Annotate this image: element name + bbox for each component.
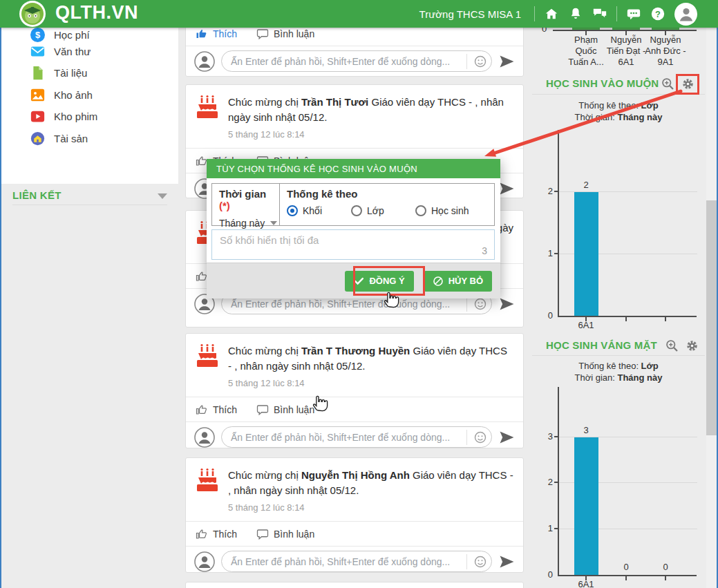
period-dropdown[interactable]: Tháng này: [219, 218, 279, 229]
max-blocks-value: 3: [482, 245, 487, 256]
messages-icon[interactable]: [626, 6, 641, 21]
x-axis: [558, 316, 697, 317]
emoji-icon: [473, 297, 487, 311]
photo-icon: [30, 88, 45, 102]
sidebar-item-kho-phim[interactable]: Kho phim: [30, 107, 97, 125]
chevron-down-icon[interactable]: [158, 193, 167, 199]
bar-value-label: 2: [572, 180, 600, 190]
bell-icon[interactable]: [568, 6, 583, 21]
thumb-up-icon: [196, 28, 208, 40]
emoji-button[interactable]: [466, 296, 487, 312]
home-icon[interactable]: [544, 6, 559, 21]
send-button[interactable]: [498, 553, 515, 570]
annotation-arrow: [470, 69, 698, 166]
y-tick-label: 1: [536, 248, 553, 258]
y-tick-label: 1: [536, 523, 553, 533]
commenter-avatar: [194, 427, 215, 448]
like-button[interactable]: Thích: [196, 404, 237, 416]
comment-input[interactable]: Ấn Enter để phản hồi, Shift+Enter để xuố…: [221, 426, 492, 448]
divider: [532, 355, 705, 356]
asset-icon: [30, 131, 45, 146]
commenter-avatar: [194, 551, 215, 572]
send-button[interactable]: [498, 180, 515, 197]
like-label: Thích: [213, 529, 237, 540]
post-time: 5 tháng 12 lúc 8:14: [228, 500, 513, 515]
sidebar-item-kho-anh[interactable]: Kho ảnh: [30, 86, 93, 104]
comment-icon: [256, 28, 269, 40]
emoji-icon: [473, 430, 487, 444]
meta-value: Tháng này: [617, 372, 662, 383]
cancel-icon: [433, 276, 444, 287]
x-tick: [625, 317, 627, 321]
sidebar-item-van-thu[interactable]: Văn thư: [30, 42, 91, 60]
comment-button[interactable]: Bình luận: [256, 528, 314, 540]
post-person-name: Trần Thị Tươi: [301, 96, 368, 108]
thumb-up-icon: [196, 528, 208, 540]
radio-dot: [287, 205, 298, 216]
comment-label: Bình luận: [274, 28, 314, 39]
like-button[interactable]: Thích: [196, 528, 237, 540]
bar-6a1: [574, 437, 598, 575]
comment-label: Bình luận: [274, 404, 314, 415]
radio-label: Lớp: [367, 205, 384, 216]
comment-input[interactable]: Ấn Enter để phản hồi, Shift+Enter để xuố…: [221, 551, 492, 572]
emoji-button[interactable]: [466, 430, 487, 445]
radio-lop[interactable]: Lớp: [351, 205, 415, 216]
fee-icon: $: [30, 28, 45, 42]
radio-hoc-sinh[interactable]: Học sinh: [415, 205, 469, 216]
like-label: Thích: [213, 28, 237, 39]
graduation-mascot-icon: [21, 3, 44, 25]
radio-khoi[interactable]: Khối: [287, 205, 351, 216]
send-button[interactable]: [498, 53, 515, 70]
scrollbar-track[interactable]: [706, 28, 717, 588]
comment-button[interactable]: Bình luận: [256, 28, 314, 40]
cancel-button[interactable]: HỦY BỎ: [424, 271, 492, 292]
page: Thích Bình luận Ấn Enter để phản hồi, Sh…: [0, 0, 718, 588]
help-icon[interactable]: ?: [650, 6, 665, 21]
post-time: 5 tháng 12 lúc 8:14: [228, 376, 513, 391]
document-icon: [30, 66, 45, 80]
meta-label: Thời gian:: [574, 372, 617, 383]
dialog-form: Thời gian (*) Tháng này Thống kê theo Kh…: [211, 183, 495, 226]
sidebar-item-tai-lieu[interactable]: Tài liệu: [30, 64, 87, 82]
send-button[interactable]: [498, 296, 515, 312]
window-border-left: [0, 28, 1, 588]
sidebar-item-label: Tài sản: [54, 133, 88, 144]
birthday-cake-icon: [196, 468, 219, 493]
person-icon: [677, 5, 695, 23]
bar-value-label: 0: [612, 562, 640, 572]
x-tick: [625, 576, 627, 580]
scrollbar-thumb[interactable]: [706, 200, 717, 435]
like-button[interactable]: Thích: [196, 28, 237, 40]
sidebar-links-header: LIÊN KẾT: [12, 189, 62, 201]
max-blocks-input[interactable]: Số khối hiển thị tối đa 3: [211, 229, 495, 260]
emoji-button[interactable]: [466, 554, 487, 569]
comment-placeholder: Ấn Enter để phản hồi, Shift+Enter để xuố…: [231, 56, 450, 67]
hand-cursor-icon: [311, 392, 329, 412]
comment-placeholder: Ấn Enter để phản hồi, Shift+Enter để xuố…: [231, 432, 450, 443]
absent-chart-meta2: Thời gian: Tháng này: [532, 372, 705, 383]
chat-icon[interactable]: [592, 6, 607, 21]
time-label-text: Thời gian: [219, 188, 266, 200]
comment-input[interactable]: Ấn Enter để phản hồi, Shift+Enter để xuố…: [221, 50, 492, 72]
comment-button[interactable]: Bình luận: [256, 404, 314, 416]
svg-text:?: ?: [655, 9, 661, 19]
divider: [534, 6, 535, 21]
annotation-box-gear: [676, 74, 699, 95]
divider: [12, 205, 167, 205]
feed-post: [185, 582, 524, 588]
hand-cursor-icon: [382, 288, 400, 309]
zoom-icon[interactable]: [665, 339, 679, 353]
post-person-name: Nguyễn Thị Hồng Anh: [301, 469, 410, 481]
time-field-label: Thời gian (*): [219, 188, 279, 211]
period-value: Tháng này: [219, 218, 265, 229]
bar-6a1: [574, 192, 598, 316]
emoji-button[interactable]: [466, 54, 487, 69]
meta-value: Lớp: [641, 361, 659, 371]
send-button[interactable]: [498, 429, 515, 446]
user-avatar[interactable]: [674, 3, 697, 26]
sidebar-links-section[interactable]: LIÊN KẾT: [12, 189, 167, 202]
gear-icon[interactable]: [685, 339, 699, 353]
sidebar-item-tai-san[interactable]: Tài sản: [30, 129, 88, 147]
app-logo[interactable]: [19, 1, 47, 28]
